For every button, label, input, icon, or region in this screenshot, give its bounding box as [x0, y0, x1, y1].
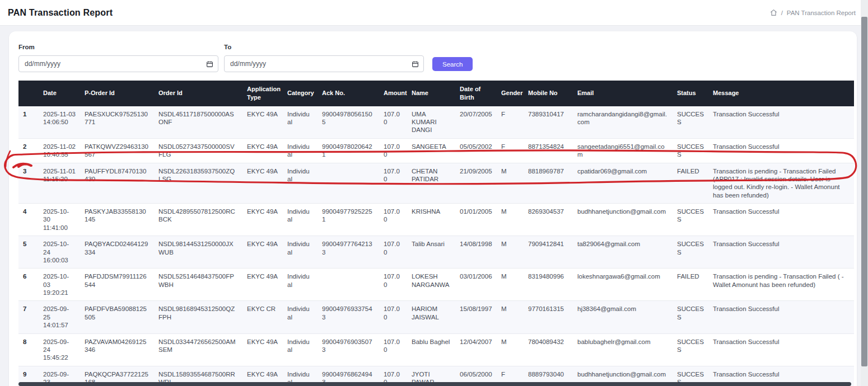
table-cell: 7389310417 [524, 106, 573, 139]
table-cell: 107.00 [379, 236, 407, 269]
table-cell: Transaction Successful [708, 301, 854, 333]
table-cell: Transaction Successful [708, 204, 854, 236]
table-row: 12025-11-03 14:06:50PAESXUCK97525130771N… [18, 106, 854, 139]
table-cell: 107.00 [379, 204, 407, 236]
row-index-cell: 6 [18, 269, 39, 301]
table-cell: EKYC 49A [242, 106, 283, 139]
to-date-input[interactable] [224, 55, 424, 72]
column-header: Message [708, 81, 854, 106]
column-header: Status [673, 81, 708, 106]
column-header: Gender [497, 81, 524, 106]
table-cell: PAZVAVAM04269125346 [80, 333, 154, 366]
home-icon[interactable] [770, 9, 777, 16]
row-index-cell: 8 [18, 333, 39, 366]
table-cell: NSDL22631835937500ZQLSG [154, 163, 242, 204]
table-cell: 107.00 [379, 301, 407, 333]
table-cell: Talib Ansari [407, 236, 455, 269]
table-cell: 05/05/2002 [455, 138, 497, 163]
table-cell [318, 163, 379, 204]
table-cell: Individual [283, 301, 318, 333]
table-cell: F [497, 138, 524, 163]
column-header: Application Type [242, 81, 283, 106]
table-cell: 2025-10-03 19:20:21 [39, 269, 80, 301]
table-cell: Transaction Successful [708, 236, 854, 269]
page-title: PAN Transaction Report [8, 8, 113, 18]
table-header-row: DateP-Order IdOrder IdApplication TypeCa… [18, 81, 854, 106]
table-cell: NSDL52514648437500FPWBH [154, 269, 242, 301]
vertical-scrollbar-thumb[interactable] [861, 17, 867, 366]
table-row: 42025-10-30 11:41:00PASKYJAB33558130145N… [18, 204, 854, 236]
table-row: 82025-09-24 15:45:22PAZVAVAM04269125346N… [18, 333, 854, 366]
table-cell: 990049769035073 [318, 333, 379, 366]
table-cell: cpatidar069@gmail.com [573, 163, 673, 204]
table-cell: Bablu Baghel [407, 333, 455, 366]
table-cell: 12/04/2007 [455, 333, 497, 366]
table-cell: hj38364@gmail.com [573, 301, 673, 333]
table-cell: EKYC 49A [242, 236, 283, 269]
table-cell: EKYC 49A [242, 138, 283, 163]
table-cell: Individual [283, 138, 318, 163]
table-cell: Individual [283, 269, 318, 301]
to-date-group: To [224, 44, 424, 72]
table-row: 22025-11-02 10:40:55PATKQWVZ29463130567N… [18, 138, 854, 163]
table-cell: 990049777642133 [318, 236, 379, 269]
table-cell: 2025-11-03 14:06:50 [39, 106, 80, 139]
table-cell: EKYC 49A [242, 269, 283, 301]
table-cell: Individual [283, 333, 318, 366]
table-cell: NSDL45117187500000ASONF [154, 106, 242, 139]
search-button[interactable]: Search [432, 57, 473, 71]
table-cell: 990049780561505 [318, 106, 379, 139]
table-cell: 15/08/1997 [455, 301, 497, 333]
table-cell: NSDL03344726562500AMSEM [154, 333, 242, 366]
table-cell: SUCCESS [673, 236, 708, 269]
column-header: Mobile No [524, 81, 573, 106]
table-cell: PAQBYACD02464129334 [80, 236, 154, 269]
table-cell: SANGEETA [407, 138, 455, 163]
vertical-scrollbar-track[interactable] [861, 0, 868, 386]
table-cell: 8319480996 [524, 269, 573, 301]
table-cell: 107.00 [379, 333, 407, 366]
table-cell: ta829064@gmail.com [573, 236, 673, 269]
table-cell: ramcharandangidangi8@gmail.com [573, 106, 673, 139]
table-cell: PATKQWVZ29463130567 [80, 138, 154, 163]
column-header: P-Order Id [80, 81, 154, 106]
table-cell: 990049780206421 [318, 138, 379, 163]
table-cell: PAESXUCK97525130771 [80, 106, 154, 139]
from-date-group: From [18, 44, 218, 72]
table-cell: LOKESH NARGANWA [407, 269, 455, 301]
table-cell: Individual [283, 106, 318, 139]
table-cell: budhhanetjunction@gmail.com [573, 204, 673, 236]
table-cell [318, 269, 379, 301]
table-cell: 03/01/2006 [455, 269, 497, 301]
column-header: Amount [379, 81, 407, 106]
table-cell: bablubaghelr@gmail.com [573, 333, 673, 366]
table-cell: 2025-10-24 16:00:03 [39, 236, 80, 269]
horizontal-scrollbar-thumb[interactable] [18, 382, 851, 386]
top-bar: PAN Transaction Report / PAN Transaction… [0, 0, 868, 26]
table-cell: KRISHNA [407, 204, 455, 236]
table-cell: Transaction Successful [708, 106, 854, 139]
column-header: Category [283, 81, 318, 106]
table-cell: F [497, 106, 524, 139]
table-cell: SUCCESS [673, 301, 708, 333]
table-cell: sangeetadangi6551@gmail.com [573, 138, 673, 163]
table-cell: PAFDFVBA59088125505 [80, 301, 154, 333]
table-cell: SUCCESS [673, 333, 708, 366]
table-cell: UMA KUMARI DANGI [407, 106, 455, 139]
table-cell: M [497, 163, 524, 204]
breadcrumb-current: PAN Transaction Report [787, 10, 856, 16]
from-date-input[interactable] [18, 55, 218, 72]
table-row: 62025-10-03 19:20:21PAFDJDSM79911126544N… [18, 269, 854, 301]
breadcrumb-separator: / [781, 10, 783, 16]
table-cell: EKYC 49A [242, 204, 283, 236]
column-header: Order Id [154, 81, 242, 106]
table-cell: Transaction is pending - Transaction Fai… [708, 163, 854, 204]
transactions-table: DateP-Order IdOrder IdApplication TypeCa… [18, 81, 854, 386]
row-index-cell: 2 [18, 138, 39, 163]
row-index-cell: 5 [18, 236, 39, 269]
table-cell: PASKYJAB33558130145 [80, 204, 154, 236]
table-cell: SUCCESS [673, 138, 708, 163]
table-cell: 01/01/2005 [455, 204, 497, 236]
report-card: From To Search [9, 31, 857, 386]
table-cell: NSDL42895507812500RCBCK [154, 204, 242, 236]
